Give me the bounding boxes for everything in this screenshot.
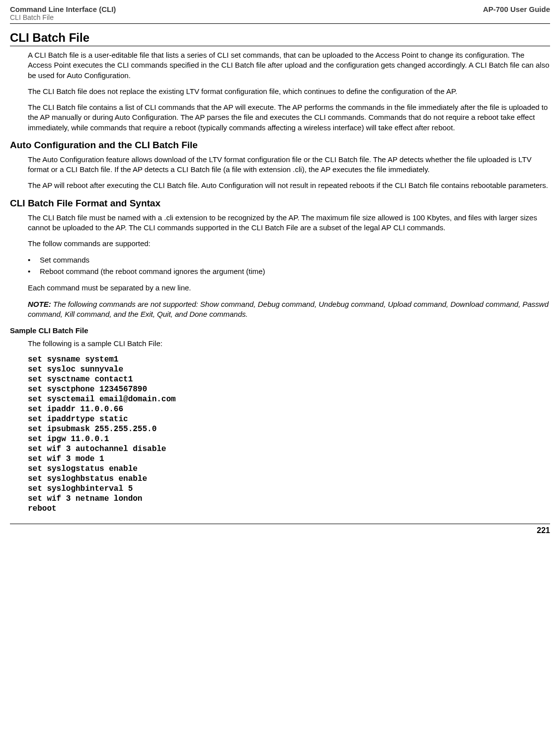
paragraph: The following is a sample CLI Batch File… bbox=[28, 339, 550, 349]
page-number: 221 bbox=[10, 524, 550, 535]
header-title: Command Line Interface (CLI) bbox=[10, 5, 116, 13]
list-item: • Set commands bbox=[28, 255, 550, 266]
note: NOTE: The following commands are not sup… bbox=[28, 299, 550, 320]
subsection-heading: CLI Batch File Format and Syntax bbox=[10, 198, 550, 209]
list-item: • Reboot command (the reboot command ign… bbox=[28, 266, 550, 277]
section-title: CLI Batch File bbox=[10, 31, 550, 46]
subsection-heading: Auto Configuration and the CLI Batch Fil… bbox=[10, 140, 550, 151]
paragraph: The CLI Batch file must be named with a … bbox=[28, 213, 550, 233]
header-left: Command Line Interface (CLI) CLI Batch F… bbox=[10, 5, 116, 21]
note-body: The following commands are not supported… bbox=[28, 300, 549, 318]
bullet-icon: • bbox=[28, 255, 40, 266]
list-item-text: Reboot command (the reboot command ignor… bbox=[40, 266, 265, 277]
list-item-text: Set commands bbox=[40, 255, 89, 266]
paragraph: The CLI Batch file does not replace the … bbox=[28, 87, 550, 96]
paragraph: The CLI Batch file contains a list of CL… bbox=[28, 102, 550, 133]
code-block: set sysname system1 set sysloc sunnyvale… bbox=[28, 355, 550, 514]
header-subtitle: CLI Batch File bbox=[10, 13, 116, 21]
header-rule bbox=[10, 23, 550, 24]
paragraph: The follow commands are supported: bbox=[28, 239, 550, 249]
paragraph: The AP will reboot after executing the C… bbox=[28, 181, 550, 190]
bullet-icon: • bbox=[28, 266, 40, 277]
note-label: NOTE: bbox=[28, 300, 51, 308]
paragraph: Each command must be separated by a new … bbox=[28, 283, 550, 293]
subsubsection-heading: Sample CLI Batch File bbox=[10, 326, 550, 335]
page-header: Command Line Interface (CLI) CLI Batch F… bbox=[10, 5, 550, 23]
paragraph: A CLI Batch file is a user-editable file… bbox=[28, 50, 550, 81]
paragraph: The Auto Configuration feature allows do… bbox=[28, 155, 550, 175]
header-right: AP-700 User Guide bbox=[483, 5, 550, 13]
bullet-list: • Set commands • Reboot command (the reb… bbox=[28, 255, 550, 277]
